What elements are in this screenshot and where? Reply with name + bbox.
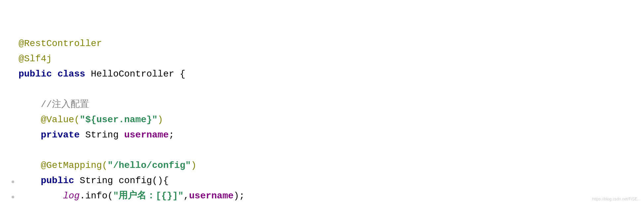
token: @Slf4j — [19, 54, 52, 64]
token: "${user.name}" — [80, 115, 158, 125]
code-line: public String config(){ — [10, 174, 634, 189]
token: String — [80, 130, 124, 140]
line-content: //注入配置 — [19, 97, 634, 112]
code-line: @RestController — [10, 36, 634, 52]
token: .info( — [80, 191, 113, 201]
token: , — [184, 191, 189, 201]
watermark: https://blog.csdn.net/FiSE... — [592, 196, 641, 202]
code-line: public class HelloController { — [10, 67, 634, 82]
code-line: private String username; — [10, 128, 634, 143]
token: public — [41, 176, 74, 186]
line-content: @GetMapping("/hello/config") — [19, 158, 634, 173]
code-line — [10, 143, 634, 158]
token: class — [58, 69, 85, 79]
token: ) — [158, 115, 163, 125]
token: ; — [169, 130, 174, 140]
token: log — [63, 191, 79, 201]
line-content: @RestController — [19, 36, 634, 51]
code-line: @Slf4j — [10, 52, 634, 67]
code-line: @GetMapping("/hello/config") — [10, 158, 634, 174]
line-content: @Value("${user.name}") — [19, 113, 634, 128]
line-content: log.info("用户名：[{}]",username); — [19, 189, 634, 204]
line-content: @Slf4j — [19, 52, 634, 67]
line-gutter — [10, 196, 16, 198]
code-line: @Value("${user.name}") — [10, 113, 634, 128]
token: username — [189, 191, 233, 201]
token: //注入配置 — [41, 99, 89, 110]
token: HelloController { — [85, 69, 185, 79]
gutter-mark — [12, 180, 14, 183]
token: "用户名：[{}]" — [113, 191, 184, 201]
line-gutter — [10, 180, 16, 183]
token: ) — [191, 160, 197, 171]
token: String config(){ — [74, 176, 169, 186]
gutter-mark — [12, 196, 14, 198]
token — [52, 69, 58, 79]
line-content: private String username; — [19, 128, 634, 143]
code-editor: @RestController@Slf4jpublic class HelloC… — [10, 7, 634, 204]
code-line: //注入配置 — [10, 97, 634, 113]
token: "/hello/config" — [108, 160, 191, 171]
token: @Value( — [41, 115, 80, 125]
token: public — [19, 69, 52, 79]
token: @GetMapping( — [41, 160, 108, 171]
token: username — [124, 130, 168, 140]
line-content: public String config(){ — [19, 174, 634, 188]
token: @RestController — [19, 38, 102, 49]
token: private — [41, 130, 80, 140]
line-content: public class HelloController { — [19, 67, 634, 82]
token: ); — [234, 191, 245, 201]
code-line — [10, 82, 634, 97]
code-line: log.info("用户名：[{}]",username); — [10, 189, 634, 204]
